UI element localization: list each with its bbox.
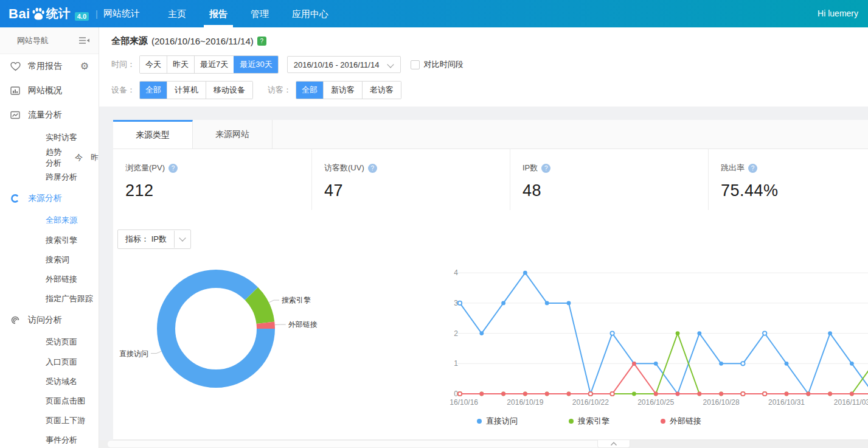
sidebar-item-all-sources[interactable]: 全部来源 [0,210,99,231]
data-point-外部链接-2016/10/26[interactable] [676,392,680,396]
x-tick-label: 2016/10/16 [450,398,478,407]
data-point-外部链接-2016/10/24[interactable] [632,362,636,366]
sidebar-item-site-overview[interactable]: 网站概况 [0,79,99,103]
time-yesterday-button[interactable]: 昨天 [167,56,194,73]
data-point-直接访问-2016/10/31[interactable] [785,362,789,366]
sidebar-item-search-terms[interactable]: 搜索词 [0,250,99,270]
nav-item-manage[interactable]: 管理 [251,0,269,27]
sidebar-item-visited-domains[interactable]: 受访域名 [0,372,99,391]
sidebar-item-event-analysis[interactable]: 事件分析 [0,430,99,448]
visitor-new-button[interactable]: 新访客 [323,82,362,99]
time-today-button[interactable]: 今天 [140,56,167,73]
date-range-select[interactable]: 2016/10/16 - 2016/11/14 [287,56,401,73]
data-point-外部链接-2016/10/30[interactable] [763,392,766,396]
legend-item-搜索引擎[interactable]: 搜索引擎 [569,416,609,427]
pie-label-connector [151,351,161,353]
data-point-直接访问-2016/10/20[interactable] [545,301,549,306]
data-point-直接访问-2016/10/16[interactable] [458,301,462,305]
nav-item-home[interactable]: 主页 [168,0,186,27]
sidebar-item-traffic-analysis[interactable]: 流量分析 [0,103,99,127]
device-all-button[interactable]: 全部 [140,82,167,99]
sidebar-item-ad-tracking[interactable]: 指定广告跟踪 [0,289,99,309]
data-point-直接访问-2016/10/17[interactable] [479,331,484,335]
data-point-外部链接-2016/11/01[interactable] [806,392,810,396]
sidebar-item-source-analysis[interactable]: 来源分析 [0,187,99,210]
data-point-外部链接-2016/10/18[interactable] [501,392,505,396]
sidebar-item-entry-pages[interactable]: 入口页面 [0,352,99,372]
user-greeting[interactable]: Hi luemery [818,0,858,27]
visitor-returning-button[interactable]: 老访客 [362,82,401,99]
data-point-外部链接-2016/10/28[interactable] [719,392,723,396]
time-last7days-button[interactable]: 最近7天 [194,56,234,73]
device-visitor-filter-row: 设备： 全部 计算机 移动设备 访客： 全部 新访客 老访客 [111,81,401,99]
data-point-搜索引擎-2016/10/24[interactable] [632,392,636,396]
sidebar-item-trend-analysis[interactable]: 趋势分析 今 昨 [0,148,99,167]
data-point-外部链接-2016/10/27[interactable] [697,392,701,396]
data-point-直接访问-2016/10/27[interactable] [697,331,701,335]
trend-today-link[interactable]: 今 [75,152,83,163]
horizontal-scrollbar[interactable] [99,440,868,448]
sidebar-item-page-click-map[interactable]: 页面点击图 [0,391,99,411]
gear-icon[interactable]: ⚙ [80,61,89,71]
sidebar-item-visit-analysis[interactable]: 访问分析 [0,309,99,332]
data-point-外部链接-2016/10/29[interactable] [741,392,745,396]
metric-selector-label: 指标： [125,234,149,243]
compare-period-checkbox[interactable] [411,60,420,69]
data-point-直接访问-2016/10/25[interactable] [654,362,658,366]
device-computer-button[interactable]: 计算机 [167,82,206,99]
data-point-外部链接-2016/10/31[interactable] [785,392,789,396]
metric-pv-help-icon[interactable]: ? [168,164,178,173]
baidu-tongji-logo[interactable]: Bai 统计 4.0 | 网站统计 [9,0,140,27]
nav-item-report[interactable]: 报告 [209,0,227,27]
data-point-外部链接-2016/10/23[interactable] [610,392,614,396]
metric-uv-help-icon[interactable]: ? [368,164,377,173]
data-point-直接访问-2016/11/03[interactable] [850,362,854,366]
data-point-外部链接-2016/11/02[interactable] [828,392,832,396]
source-trend-line-chart[interactable]: 012342016/10/162016/10/192016/10/222016/… [450,261,868,413]
data-point-外部链接-2016/10/16[interactable] [458,392,462,396]
data-point-外部链接-2016/11/03[interactable] [850,392,854,396]
data-point-直接访问-2016/10/18[interactable] [501,301,505,306]
data-point-搜索引擎-2016/10/26[interactable] [676,331,680,335]
legend-item-直接访问[interactable]: 直接访问 [477,416,518,427]
data-point-外部链接-2016/10/19[interactable] [523,392,527,396]
tab-source-website[interactable]: 来源网站 [193,120,273,149]
sidebar-item-search-engines[interactable]: 搜索引擎 [0,231,99,250]
visitor-all-button[interactable]: 全部 [296,82,323,99]
tab-source-type[interactable]: 来源类型 [113,120,193,149]
data-point-直接访问-2016/10/29[interactable] [741,362,745,365]
time-last30days-button[interactable]: 最近30天 [234,56,277,73]
data-point-直接访问-2016/10/19[interactable] [523,271,527,275]
sidebar-item-realtime-visitors[interactable]: 实时访客 [0,127,99,148]
sidebar-item-external-links[interactable]: 外部链接 [0,270,99,289]
data-point-外部链接-2016/10/20[interactable] [545,392,549,396]
metric-bounce-help-icon[interactable]: ? [748,164,757,173]
metric-ip-help-icon[interactable]: ? [541,164,550,173]
data-point-直接访问-2016/10/23[interactable] [610,331,614,335]
sidebar-item-cross-screen[interactable]: 跨屏分析 [0,167,99,187]
data-point-直接访问-2016/10/28[interactable] [719,362,723,366]
data-point-外部链接-2016/10/21[interactable] [567,392,571,396]
legend-item-外部链接[interactable]: 外部链接 [661,416,701,427]
data-point-直接访问-2016/10/21[interactable] [567,301,571,306]
data-point-外部链接-2016/10/25[interactable] [654,392,658,396]
scrollbar-thumb[interactable] [108,441,622,447]
sidebar-item-visited-pages[interactable]: 受访页面 [0,332,99,352]
chart-collapse-button[interactable] [597,440,630,448]
data-point-直接访问-2016/11/02[interactable] [828,331,832,335]
x-tick-label: 2016/10/28 [703,398,740,407]
data-point-外部链接-2016/10/17[interactable] [479,392,484,396]
sidebar-item-page-flow[interactable]: 页面上下游 [0,411,99,430]
source-type-donut-chart[interactable]: 直接访问搜索引擎外部链接 [113,256,451,408]
data-point-外部链接-2016/10/22[interactable] [589,392,592,396]
metric-selector-dropdown[interactable]: 指标： IP数 [117,229,191,249]
pie-slice-直接访问[interactable] [166,279,266,379]
sidebar-collapse-icon[interactable] [79,37,89,46]
sidebar-item-favorite-reports[interactable]: 常用报告 ⚙ [0,54,99,79]
title-help-icon[interactable]: ? [257,37,266,46]
data-point-直接访问-2016/10/30[interactable] [763,331,766,335]
device-mobile-button[interactable]: 移动设备 [206,82,252,99]
line-series-外部链接[interactable] [460,363,868,394]
trend-yesterday-link[interactable]: 昨 [91,152,99,163]
nav-item-app-center[interactable]: 应用中心 [292,0,328,27]
